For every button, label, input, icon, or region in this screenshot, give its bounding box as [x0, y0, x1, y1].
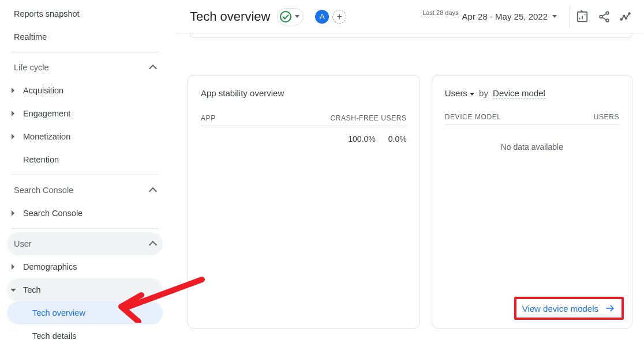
chevron-up-icon: [149, 240, 156, 247]
group-search-console[interactable]: Search Console: [7, 179, 163, 202]
nav-tech[interactable]: Tech: [7, 278, 163, 301]
app-stability-card: App stability overview APP CRASH-FREE US…: [188, 75, 420, 328]
cell-value: 100.0%: [348, 134, 375, 143]
chevron-down-icon: [470, 93, 474, 96]
card-title: App stability overview: [201, 88, 407, 98]
label: Tech overview: [32, 308, 85, 318]
label: Retention: [23, 155, 59, 164]
col-device-model: DEVICE MODEL: [445, 113, 501, 121]
status-dropdown[interactable]: [277, 8, 304, 25]
table-header: DEVICE MODEL USERS: [445, 113, 619, 125]
caret-icon: [12, 264, 14, 270]
nav-tech-details[interactable]: Tech details: [7, 324, 163, 340]
group-user[interactable]: User: [7, 232, 163, 255]
divider: [12, 175, 158, 175]
caret-down-icon: [10, 289, 16, 292]
metric-dropdown[interactable]: Users: [445, 88, 474, 98]
card-edge: [190, 33, 632, 38]
customize-report-icon[interactable]: [576, 10, 589, 23]
svg-point-7: [628, 13, 630, 14]
label: Demographics: [23, 262, 77, 271]
svg-point-4: [620, 18, 622, 20]
share-icon[interactable]: [598, 10, 611, 23]
svg-point-5: [623, 15, 625, 17]
nav-realtime[interactable]: Realtime: [7, 25, 163, 48]
label: Tech details: [32, 331, 77, 340]
header-actions: [570, 6, 638, 27]
col-app: APP: [201, 114, 216, 122]
label: Search Console: [23, 209, 83, 218]
card-title: Users by Device model: [445, 88, 619, 98]
svg-point-6: [626, 17, 627, 19]
col-crash-free: CRASH-FREE USERS: [330, 114, 406, 122]
caret-icon: [12, 88, 14, 93]
audience-badge[interactable]: A: [315, 10, 329, 24]
header-bar: Tech overview A + Last 28 days Apr 28 - …: [176, 0, 644, 33]
group-life-cycle[interactable]: Life cycle: [7, 56, 163, 79]
label: Tech: [23, 285, 41, 294]
by-label: by: [479, 88, 488, 98]
date-range-picker[interactable]: Last 28 days Apr 28 - May 25, 2022: [422, 12, 563, 21]
label: Realtime: [14, 32, 47, 41]
divider: [12, 228, 158, 229]
col-users: USERS: [594, 113, 619, 121]
check-circle-icon: [280, 11, 291, 22]
nav-acquisition[interactable]: Acquisition: [7, 79, 163, 102]
label: Reports snapshot: [14, 9, 80, 18]
label: Life cycle: [14, 63, 48, 72]
table-row: 100.0% 0.0%: [201, 126, 407, 143]
divider: [12, 52, 158, 52]
nav-reports-snapshot[interactable]: Reports snapshot: [7, 2, 163, 25]
chevron-down-icon: [295, 15, 299, 18]
add-comparison-button[interactable]: +: [332, 10, 346, 24]
nav-monetization[interactable]: Monetization: [7, 125, 163, 148]
table-header: APP CRASH-FREE USERS: [201, 114, 407, 126]
arrow-right-icon: [604, 303, 616, 314]
label: Search Console: [14, 186, 73, 195]
no-data-message: No data available: [445, 142, 619, 152]
page-title: Tech overview: [190, 9, 270, 24]
nav-demographics[interactable]: Demographics: [7, 255, 163, 278]
device-model-card: Users by Device model DEVICE MODEL USERS…: [432, 75, 632, 328]
chevron-down-icon: [552, 15, 557, 18]
caret-icon: [12, 210, 14, 216]
label: Acquisition: [23, 86, 63, 95]
label: Engagement: [23, 109, 70, 118]
nav-engagement[interactable]: Engagement: [7, 102, 163, 125]
chevron-up-icon: [149, 187, 156, 194]
label: User: [14, 239, 32, 248]
nav-retention[interactable]: Retention: [7, 148, 163, 171]
cell-value: 0.0%: [388, 134, 407, 143]
caret-icon: [12, 134, 14, 139]
date-preset-label: Last 28 days: [422, 9, 458, 16]
dimension-dropdown[interactable]: Device model: [493, 88, 545, 99]
content-area: App stability overview APP CRASH-FREE US…: [176, 33, 644, 340]
caret-icon: [12, 111, 14, 116]
chevron-up-icon: [149, 64, 156, 71]
sidebar: Reports snapshot Realtime Life cycle Acq…: [0, 0, 169, 340]
nav-search-console[interactable]: Search Console: [7, 202, 163, 225]
nav-tech-overview[interactable]: Tech overview: [7, 301, 163, 324]
insights-icon[interactable]: [620, 10, 632, 23]
view-device-models-highlight: View device models: [514, 297, 624, 320]
view-device-models-link[interactable]: View device models: [522, 304, 598, 313]
label: Monetization: [23, 132, 70, 141]
date-range-text: Apr 28 - May 25, 2022: [462, 12, 548, 21]
